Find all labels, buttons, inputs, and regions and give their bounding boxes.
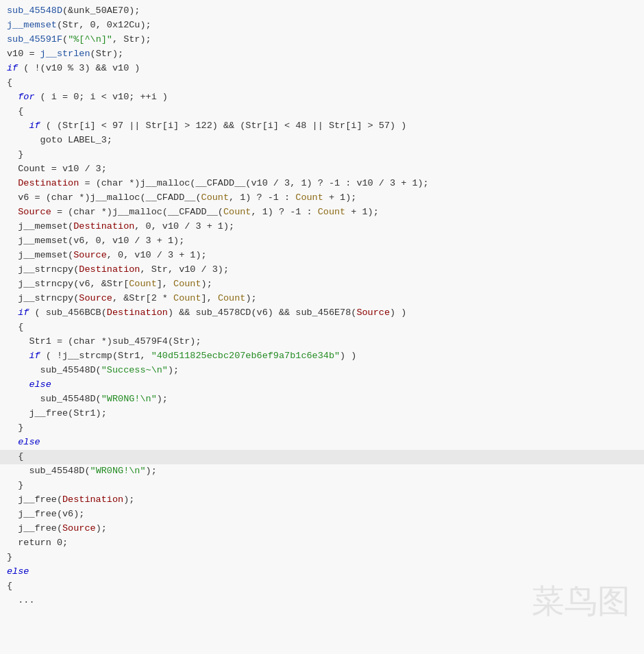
code-line: j__free(v6);: [0, 507, 644, 522]
code-line: if ( sub_456BCB(Destination) && sub_4578…: [0, 306, 644, 320]
code-token: , 1) ? -1 :: [229, 192, 295, 203]
code-line: {: [0, 579, 644, 594]
code-content: if ( !(v10 % 3) && v10 ): [7, 62, 140, 76]
code-content: {: [7, 579, 12, 594]
code-line: }: [0, 551, 644, 565]
code-token: "%[^\n]": [68, 34, 112, 45]
code-token: j__strlen: [40, 49, 90, 59]
code-token: j__free(: [7, 523, 62, 533]
code-content: {: [7, 320, 23, 335]
code-token: ],: [201, 293, 218, 303]
code-content: j__free(Source);: [7, 522, 107, 536]
code-content: j__free(Str1);: [7, 407, 107, 421]
code-token: j__strncpy(v6, &Str[: [7, 279, 129, 289]
code-token: {: [7, 581, 12, 591]
code-line: {: [0, 76, 644, 90]
code-token: [7, 178, 18, 188]
code-token: Source: [18, 207, 51, 217]
code-token: );: [96, 523, 107, 533]
code-line: j__free(Str1);: [0, 407, 644, 421]
code-token: Count = v10 / 3;: [7, 164, 107, 174]
code-token: {: [7, 322, 23, 332]
code-line: Count = v10 / 3;: [0, 162, 644, 177]
code-token: , Str);: [112, 34, 151, 45]
code-content: j__strncpy(Destination, Str, v10 / 3);: [7, 263, 229, 277]
code-token: Source: [356, 307, 390, 318]
code-content: for ( i = 0; i < v10; ++i ): [7, 90, 168, 105]
code-line: else: [0, 378, 644, 392]
code-token: goto LABEL_3;: [7, 135, 112, 145]
code-token: Count: [173, 279, 201, 289]
code-token: ( !(v10 % 3) && v10 ): [18, 63, 140, 73]
code-line: j__strncpy(v6, &Str[Count], Count);: [0, 277, 644, 292]
code-line: j__free(Destination);: [0, 493, 644, 507]
code-line: v6 = (char *)j__malloc(__CFADD__(Count, …: [0, 191, 644, 205]
code-token: , 1) ? -1 :: [251, 207, 317, 217]
code-token: [7, 351, 29, 361]
code-content: return 0;: [7, 536, 68, 551]
code-token: Destination: [107, 307, 168, 318]
code-line: else: [0, 436, 644, 450]
code-line: j__free(Source);: [0, 522, 644, 536]
code-token: Destination: [62, 494, 123, 505]
code-line: if ( !j__strcmp(Str1, "40d511825ecbc207e…: [0, 349, 644, 364]
code-token: j__memset(: [7, 221, 73, 231]
code-token: [7, 437, 18, 447]
code-token: v6 = (char *)j__malloc(__CFADD__(: [7, 192, 201, 203]
code-content: j__memset(Destination, 0, v10 / 3 + 1);: [7, 220, 234, 234]
code-content: sub_45548D("WR0NG!\n");: [7, 392, 168, 407]
code-token: "40d511825ecbc207eb6ef9a7b1c6e34b": [151, 351, 340, 361]
code-line: goto LABEL_3;: [0, 134, 644, 148]
code-token: (&unk_50AE70);: [62, 5, 140, 16]
code-token: sub_45548D: [7, 5, 62, 16]
code-token: , Str, v10 / 3);: [140, 264, 229, 275]
code-token: v10 =: [7, 49, 40, 59]
code-content: j__strncpy(v6, &Str[Count], Count);: [7, 277, 212, 292]
code-line: Destination = (char *)j__malloc(__CFADD_…: [0, 177, 644, 191]
code-line: j__memset(Str, 0, 0x12Cu);: [0, 18, 644, 33]
code-content: goto LABEL_3;: [7, 134, 112, 148]
code-token: [7, 121, 29, 131]
code-content: j__memset(Str, 0, 0x12Cu);: [7, 18, 151, 33]
code-content: Count = v10 / 3;: [7, 162, 107, 177]
code-token: (Str);: [90, 49, 124, 59]
code-token: ...: [7, 595, 35, 605]
code-content: j__memset(Source, 0, v10 / 3 + 1);: [7, 249, 207, 263]
code-token: );: [245, 293, 256, 303]
code-line: j__memset(Source, 0, v10 / 3 + 1);: [0, 249, 644, 263]
code-token: else: [7, 566, 29, 577]
code-content: {: [7, 76, 12, 90]
code-token: , 0, v10 / 3 + 1);: [134, 221, 234, 231]
code-token: Count: [201, 192, 230, 203]
code-line: v10 = j__strlen(Str);: [0, 47, 644, 62]
code-token: sub_45591F: [7, 34, 62, 45]
code-line: sub_45548D(&unk_50AE70);: [0, 4, 644, 18]
code-token: Count: [223, 207, 251, 217]
code-content: j__free(Destination);: [7, 493, 134, 507]
code-token: {: [7, 106, 23, 116]
code-content: else: [7, 436, 40, 450]
code-content: v6 = (char *)j__malloc(__CFADD__(Count, …: [7, 191, 356, 205]
code-token: + 1);: [323, 192, 357, 203]
code-token: for: [18, 92, 34, 102]
code-content: sub_45548D("Success~\n");: [7, 364, 179, 378]
code-token: if: [29, 351, 40, 361]
code-content: v10 = j__strlen(Str);: [7, 47, 123, 62]
code-token: if: [18, 307, 29, 318]
code-token: ) ): [340, 351, 356, 361]
code-line: }: [0, 479, 644, 493]
code-token: return 0;: [7, 538, 68, 548]
code-token: ( (Str[i] < 97 || Str[i] > 122) && (Str[…: [40, 121, 407, 131]
code-token: j__free(Str1);: [7, 408, 107, 418]
code-token: );: [201, 279, 212, 289]
code-content: sub_45591F("%[^\n]", Str);: [7, 33, 151, 47]
code-token: sub_45548D(: [7, 365, 101, 375]
code-line: {: [0, 320, 644, 335]
code-token: Count: [218, 293, 246, 303]
code-content: Str1 = (char *)sub_4579F4(Str);: [7, 335, 201, 349]
code-content: j__strncpy(Source, &Str[2 * Count], Coun…: [7, 292, 257, 306]
code-line: Source = (char *)j__malloc(__CFADD__(Cou…: [0, 205, 644, 220]
code-line: j__memset(Destination, 0, v10 / 3 + 1);: [0, 220, 644, 234]
code-token: [7, 379, 29, 390]
code-content: if ( !j__strcmp(Str1, "40d511825ecbc207e…: [7, 349, 356, 364]
